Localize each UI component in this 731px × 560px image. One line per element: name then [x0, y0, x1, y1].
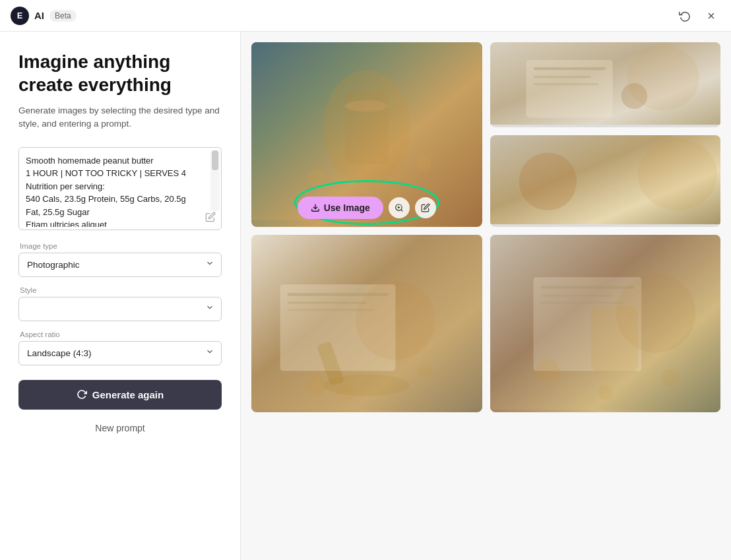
- close-button[interactable]: [702, 7, 720, 25]
- svg-point-23: [637, 139, 716, 210]
- style-select[interactable]: Cinematic Moody Vivid: [19, 297, 221, 321]
- prompt-input[interactable]: Smooth homemade peanut butter 1 HOUR | N…: [19, 148, 221, 227]
- image-grid-area[interactable]: Use Image: [241, 32, 731, 560]
- app-icon: E: [11, 7, 29, 25]
- image-1-placeholder: [251, 42, 482, 220]
- beta-badge: Beta: [49, 10, 77, 22]
- zoom-in-icon: [395, 203, 404, 212]
- image-3-placeholder: [251, 235, 482, 410]
- close-icon: [706, 11, 716, 21]
- new-prompt-button[interactable]: New prompt: [18, 419, 222, 437]
- image-cell-2b[interactable]: [490, 135, 721, 227]
- image-grid: Use Image: [251, 42, 720, 412]
- image-4-placeholder: [490, 235, 721, 410]
- svg-rect-17: [533, 67, 605, 70]
- svg-point-30: [356, 281, 435, 360]
- prompt-edit-icon[interactable]: [205, 212, 216, 224]
- svg-point-45: [598, 385, 612, 400]
- refresh-icon: [77, 389, 87, 400]
- svg-rect-19: [533, 83, 598, 85]
- style-select-wrapper: Cinematic Moody Vivid: [18, 297, 222, 321]
- svg-point-35: [417, 363, 431, 378]
- app-name: AI: [34, 10, 44, 21]
- aspect-ratio-label: Aspect ratio: [18, 330, 222, 338]
- titlebar: E AI Beta: [0, 0, 731, 32]
- svg-line-11: [400, 210, 402, 212]
- sidebar: Imagine anythingcreate everything Genera…: [0, 32, 241, 560]
- svg-point-44: [661, 369, 678, 387]
- image-2b-placeholder: [490, 135, 721, 224]
- image-type-select[interactable]: Photographic Illustration Vector 3D Rend…: [19, 253, 221, 276]
- sidebar-description: Generate images by selecting the desired…: [18, 104, 222, 131]
- zoom-button-1[interactable]: [389, 197, 410, 218]
- download-icon: [311, 203, 320, 212]
- svg-point-7: [417, 156, 431, 171]
- edit-pencil-icon: [421, 203, 430, 212]
- image-2-placeholder: [490, 42, 721, 125]
- prompt-area-wrapper: Smooth homemade peanut butter 1 HOUR | N…: [18, 147, 222, 230]
- image-cell-4[interactable]: [490, 235, 721, 412]
- svg-rect-39: [540, 294, 612, 296]
- image-cell-2[interactable]: [490, 42, 721, 127]
- image-cell-1[interactable]: Use Image: [251, 42, 482, 227]
- svg-point-43: [536, 359, 559, 383]
- use-image-button[interactable]: Use Image: [298, 197, 383, 219]
- use-image-label: Use Image: [324, 202, 370, 213]
- svg-point-33: [306, 375, 327, 396]
- svg-rect-40: [540, 301, 623, 303]
- aspect-ratio-field: Aspect ratio Landscape (4:3) Portrait (3…: [18, 330, 222, 365]
- main-content: Imagine anythingcreate everything Genera…: [0, 32, 731, 560]
- style-label: Style: [18, 286, 222, 294]
- image-type-select-wrapper: Photographic Illustration Vector 3D Rend…: [18, 253, 222, 277]
- image-type-field: Image type Photographic Illustration Vec…: [18, 242, 222, 277]
- generate-again-label: Generate again: [92, 389, 164, 400]
- edit-button-1[interactable]: [415, 197, 436, 218]
- svg-point-5: [345, 100, 389, 111]
- right-column: [490, 42, 721, 227]
- svg-point-24: [519, 153, 576, 210]
- aspect-ratio-select[interactable]: Landscape (4:3) Portrait (3:4) Square (1…: [19, 342, 221, 365]
- titlebar-right: [676, 7, 720, 25]
- page-title: Imagine anythingcreate everything: [18, 50, 222, 96]
- svg-rect-18: [533, 76, 590, 78]
- svg-point-6: [307, 170, 325, 187]
- svg-point-21: [621, 83, 647, 109]
- svg-point-34: [336, 384, 354, 401]
- aspect-ratio-select-wrapper: Landscape (4:3) Portrait (3:4) Square (1…: [18, 341, 222, 365]
- prompt-scrollbar: [210, 149, 220, 210]
- new-prompt-label: New prompt: [95, 423, 144, 433]
- history-button[interactable]: [676, 7, 694, 25]
- image-type-label: Image type: [18, 242, 222, 250]
- svg-rect-28: [288, 301, 367, 303]
- generate-again-button[interactable]: Generate again: [18, 380, 222, 410]
- svg-rect-38: [540, 286, 634, 288]
- image-1-actions: Use Image: [298, 197, 436, 219]
- history-icon: [679, 10, 691, 22]
- image-cell-3[interactable]: [251, 235, 482, 412]
- titlebar-left: E AI Beta: [11, 7, 77, 25]
- style-field: Style Cinematic Moody Vivid: [18, 286, 222, 321]
- svg-rect-42: [590, 306, 637, 371]
